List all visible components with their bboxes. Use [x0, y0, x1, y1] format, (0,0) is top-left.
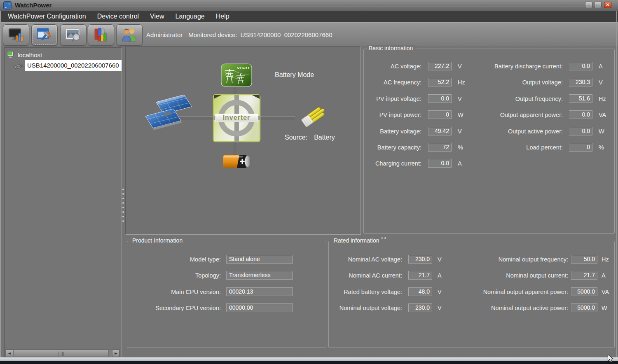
- menu-help[interactable]: Help: [213, 12, 232, 21]
- solar-panels-icon: [145, 93, 192, 132]
- window-right-edge: [616, 11, 617, 357]
- rated-information-title: Rated information: [332, 237, 382, 244]
- window-left-edge: [0, 11, 1, 357]
- books-chart-icon: [93, 28, 109, 42]
- mouse-cursor: [607, 354, 613, 363]
- computer-icon: [7, 51, 14, 58]
- field-label: Nominal output frequency:: [431, 256, 568, 263]
- field-output-voltage: Output voltage:230.3V: [364, 79, 614, 88]
- field-load-percent: Load percent:0%: [364, 144, 614, 153]
- app-logo-icon: [3, 1, 12, 9]
- tree-node-device-selected[interactable]: USB14200000_00202206007660: [25, 60, 122, 71]
- menu-device-control[interactable]: Device control: [95, 12, 141, 21]
- field-nominal-output-apparent-power: Nominal output apparent power:5000.0VA: [329, 289, 614, 298]
- utility-label: UTILITY: [237, 66, 250, 70]
- field-unit: Hz: [602, 256, 609, 263]
- field-value: 230.3: [569, 78, 592, 86]
- field-label: Nominal output apparent power:: [431, 289, 568, 295]
- tree-horizontal-scrollbar[interactable]: ◄ ►: [5, 349, 120, 357]
- field-unit: W: [602, 305, 607, 311]
- field-label: Model type:: [127, 256, 221, 263]
- monitor-chart-icon: [8, 28, 24, 42]
- menu-watchpower-configuration[interactable]: WatchPower Configuration: [5, 12, 89, 21]
- field-label: Output voltage:: [463, 79, 563, 86]
- field-battery-discharge-current: Battery discharge current:0.0A: [364, 63, 614, 72]
- source-label: Source:: [285, 134, 307, 141]
- field-output-active-power: Output active power:0.0W: [364, 128, 614, 137]
- watchpower-window: WatchPower – □ ✕ WatchPower Configuratio…: [0, 0, 618, 364]
- menu-view[interactable]: View: [147, 12, 166, 21]
- scroll-right-arrow-icon[interactable]: ►: [112, 350, 119, 357]
- window-title: WatchPower: [15, 0, 52, 11]
- utility-grid-icon: UTILITY: [221, 63, 252, 87]
- field-unit: V: [599, 79, 603, 86]
- vertical-splitter-handle[interactable]: [122, 189, 124, 190]
- field-value: 51.6: [569, 94, 592, 103]
- field-output-frequency: Output frequency:51.6Hz: [364, 96, 614, 105]
- product-information-group: Product Information Model type:Stand alo…: [127, 241, 326, 348]
- field-label: Main CPU version:: [127, 289, 221, 295]
- monitor-view-button[interactable]: [3, 24, 29, 46]
- field-value: 21.7: [571, 271, 597, 280]
- field-topology: Topology:Transformerless: [127, 272, 326, 281]
- field-nominal-output-active-power: Nominal output active power:5000.0W: [329, 305, 614, 314]
- window-bottom-edge: [0, 357, 618, 361]
- device-plug-icon: [14, 63, 24, 70]
- scroll-left-arrow-icon[interactable]: ◄: [6, 350, 13, 357]
- inverter-icon: Inverter: [213, 92, 261, 144]
- field-secondary-cpu-version: Secondary CPU version:00000.00: [127, 305, 326, 314]
- field-label: Load percent:: [463, 144, 563, 151]
- toolbar-status: Administrator Monitored device: USB14200…: [146, 23, 332, 47]
- report-library-button[interactable]: [88, 24, 114, 46]
- source-status: Source: Battery: [285, 134, 335, 141]
- field-nominal-output-frequency: Nominal output frequency:50.0Hz: [329, 256, 614, 265]
- titlebar-grip: [54, 4, 588, 7]
- field-value: Transformerless: [226, 271, 293, 280]
- field-unit: Hz: [599, 96, 606, 102]
- menu-bar: WatchPower Configuration Device control …: [0, 11, 618, 22]
- minimize-button[interactable]: –: [585, 2, 592, 8]
- field-value: 0.0: [569, 62, 592, 70]
- field-value: 5000.0: [571, 303, 597, 312]
- field-unit: %: [599, 144, 604, 151]
- power-flow-diagram-panel: Battery Mode Source: Battery UTILITY: [125, 46, 361, 235]
- field-value: 0.0: [569, 127, 592, 135]
- device-control-button[interactable]: [31, 24, 58, 46]
- monitored-device-value: USB14200000_00202206007660: [241, 31, 332, 38]
- field-main-cpu-version: Main CPU version:00020.13: [127, 289, 326, 298]
- field-unit: A: [599, 63, 603, 70]
- basic-information-title: Basic information: [367, 45, 415, 51]
- scrollbar-grip-icon: [59, 352, 64, 356]
- field-label: Nominal output current:: [431, 272, 568, 279]
- field-unit: W: [599, 128, 604, 135]
- user-management-button[interactable]: [116, 24, 143, 46]
- scrollbar-thumb[interactable]: [14, 350, 109, 357]
- field-label: Battery discharge current:: [463, 63, 563, 70]
- field-unit: A: [458, 160, 462, 167]
- field-value: 00000.00: [226, 303, 293, 312]
- field-value: 00020.13: [226, 287, 293, 296]
- inverter-label: Inverter: [223, 114, 250, 121]
- battery-icon: [222, 152, 252, 170]
- users-icon: [121, 28, 138, 42]
- toolbar: Administrator Monitored device: USB14200…: [0, 22, 618, 46]
- source-value: Battery: [314, 134, 335, 141]
- field-value: 0.0: [569, 110, 592, 119]
- field-value: Stand alone: [226, 255, 293, 264]
- tree-node-localhost[interactable]: localhost: [7, 50, 42, 59]
- close-button[interactable]: ✕: [604, 2, 611, 8]
- menu-language[interactable]: Language: [173, 12, 207, 21]
- title-bar[interactable]: WatchPower – □ ✕: [0, 0, 618, 11]
- field-label: Output frequency:: [463, 96, 563, 102]
- device-tree-panel: localhost USB14200000_00202206007660 ◄ ►: [4, 47, 122, 359]
- working-mode-label: Battery Mode: [275, 71, 314, 79]
- data-viewer-button[interactable]: [60, 24, 87, 46]
- field-label: Charging current:: [364, 160, 421, 167]
- field-unit: VA: [599, 112, 606, 118]
- field-value: 5000.0: [571, 287, 597, 296]
- field-nominal-output-current: Nominal output current:21.7A: [329, 272, 614, 281]
- monitored-device-label: Monitored device:: [188, 31, 237, 38]
- basic-information-group: Basic information AC voltage:227.2V AC f…: [363, 49, 615, 234]
- image-magnifier-icon: [65, 28, 82, 42]
- maximize-button[interactable]: □: [594, 2, 602, 8]
